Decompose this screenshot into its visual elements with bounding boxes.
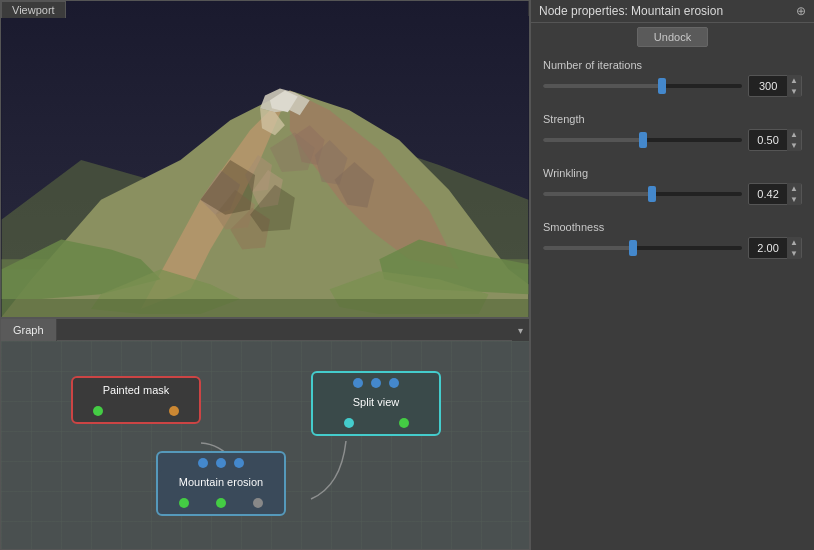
- prop-control-iterations: ▲ ▼: [543, 75, 802, 97]
- wrinkling-input[interactable]: [749, 188, 787, 200]
- svg-marker-24: [2, 299, 529, 317]
- prop-control-wrinkling: ▲ ▼: [543, 183, 802, 205]
- mountain-erosion-label: Mountain erosion: [158, 470, 284, 494]
- sv-top-port-2[interactable]: [371, 378, 381, 388]
- panel-pin-icon[interactable]: ⊕: [796, 4, 806, 18]
- prop-label-iterations: Number of iterations: [543, 59, 802, 71]
- graph-container: Graph ▾ Painted mask: [0, 318, 530, 550]
- wrinkling-spinners: ▲ ▼: [787, 183, 801, 205]
- split-view-label: Split view: [313, 390, 439, 414]
- iterations-up[interactable]: ▲: [787, 75, 801, 86]
- painted-mask-ports: [73, 402, 199, 422]
- painted-mask-port-green[interactable]: [93, 406, 103, 416]
- prop-label-smoothness: Smoothness: [543, 221, 802, 233]
- iterations-input[interactable]: [749, 80, 787, 92]
- strength-slider[interactable]: [543, 138, 742, 142]
- smoothness-input[interactable]: [749, 242, 787, 254]
- split-view-top-ports: [313, 373, 439, 390]
- mountain-erosion-bottom-ports: [158, 494, 284, 514]
- terrain-svg: [1, 1, 529, 317]
- iterations-spinners: ▲ ▼: [787, 75, 801, 97]
- me-top-port-2[interactable]: [216, 458, 226, 468]
- iterations-value-box[interactable]: ▲ ▼: [748, 75, 802, 97]
- wrinkling-up[interactable]: ▲: [787, 183, 801, 194]
- smoothness-down[interactable]: ▼: [787, 248, 801, 259]
- split-view-node[interactable]: Split view: [311, 371, 441, 436]
- right-panel: Node properties: Mountain erosion ⊕ Undo…: [530, 0, 814, 550]
- iterations-down[interactable]: ▼: [787, 86, 801, 97]
- graph-arrow-btn[interactable]: ▾: [512, 319, 529, 341]
- strength-input[interactable]: [749, 134, 787, 146]
- me-bottom-port-gray[interactable]: [253, 498, 263, 508]
- viewport-tab[interactable]: Viewport: [1, 1, 66, 18]
- prop-row-iterations: Number of iterations ▲ ▼: [543, 59, 802, 97]
- mountain-erosion-top-ports: [158, 453, 284, 470]
- wrinkling-value-box[interactable]: ▲ ▼: [748, 183, 802, 205]
- prop-label-wrinkling: Wrinkling: [543, 167, 802, 179]
- smoothness-slider[interactable]: [543, 246, 742, 250]
- painted-mask-node[interactable]: Painted mask: [71, 376, 201, 424]
- iterations-slider[interactable]: [543, 84, 742, 88]
- panel-title: Node properties: Mountain erosion: [539, 4, 723, 18]
- strength-value-box[interactable]: ▲ ▼: [748, 129, 802, 151]
- sv-bottom-port-green[interactable]: [399, 418, 409, 428]
- me-top-port-1[interactable]: [198, 458, 208, 468]
- panel-title-bar: Node properties: Mountain erosion ⊕: [531, 0, 814, 23]
- split-view-bottom-ports: [313, 414, 439, 434]
- sv-top-port-3[interactable]: [389, 378, 399, 388]
- strength-up[interactable]: ▲: [787, 129, 801, 140]
- sv-top-port-1[interactable]: [353, 378, 363, 388]
- smoothness-up[interactable]: ▲: [787, 237, 801, 248]
- mountain-erosion-node[interactable]: Mountain erosion: [156, 451, 286, 516]
- me-bottom-port-green2[interactable]: [216, 498, 226, 508]
- properties-content: Number of iterations ▲ ▼ Strength: [531, 51, 814, 283]
- graph-tab[interactable]: Graph: [1, 319, 57, 341]
- smoothness-spinners: ▲ ▼: [787, 237, 801, 259]
- prop-row-strength: Strength ▲ ▼: [543, 113, 802, 151]
- graph-tab-bar: Graph ▾: [1, 319, 529, 341]
- smoothness-value-box[interactable]: ▲ ▼: [748, 237, 802, 259]
- prop-control-strength: ▲ ▼: [543, 129, 802, 151]
- viewport-canvas: [1, 1, 529, 317]
- me-bottom-port-green[interactable]: [179, 498, 189, 508]
- wrinkling-slider[interactable]: [543, 192, 742, 196]
- prop-row-smoothness: Smoothness ▲ ▼: [543, 221, 802, 259]
- me-top-port-3[interactable]: [234, 458, 244, 468]
- painted-mask-label: Painted mask: [73, 378, 199, 402]
- prop-control-smoothness: ▲ ▼: [543, 237, 802, 259]
- connections-svg: [1, 341, 529, 549]
- prop-row-wrinkling: Wrinkling ▲ ▼: [543, 167, 802, 205]
- undock-button[interactable]: Undock: [637, 27, 708, 47]
- prop-label-strength: Strength: [543, 113, 802, 125]
- graph-area[interactable]: Painted mask Mountain erosion: [1, 341, 529, 549]
- painted-mask-port-orange[interactable]: [169, 406, 179, 416]
- viewport-container: Viewport ▾: [0, 0, 530, 318]
- wrinkling-down[interactable]: ▼: [787, 194, 801, 205]
- sv-bottom-port-cyan[interactable]: [344, 418, 354, 428]
- strength-spinners: ▲ ▼: [787, 129, 801, 151]
- strength-down[interactable]: ▼: [787, 140, 801, 151]
